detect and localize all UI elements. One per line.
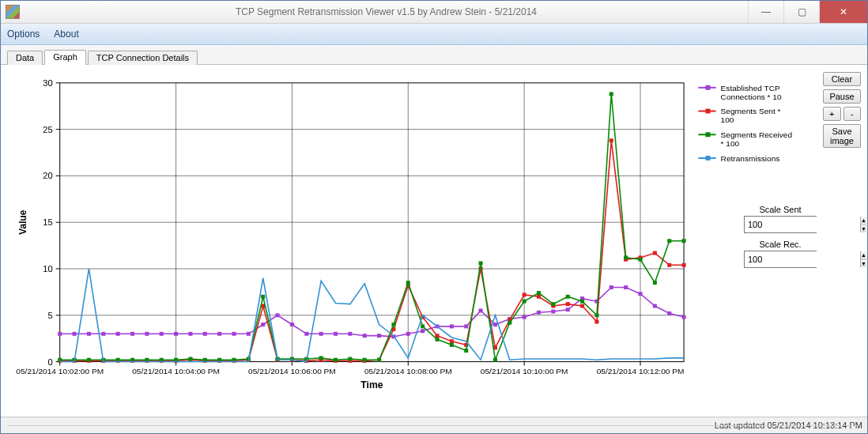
tab-graph[interactable]: Graph: [44, 50, 86, 65]
svg-rect-184: [705, 156, 710, 160]
menu-bar: Options About: [1, 24, 867, 45]
svg-rect-47: [174, 332, 178, 336]
svg-rect-52: [247, 332, 251, 336]
svg-rect-44: [130, 332, 134, 336]
svg-rect-40: [73, 332, 77, 336]
zoom-in-button[interactable]: +: [823, 107, 841, 121]
svg-rect-157: [493, 358, 497, 362]
svg-rect-59: [348, 332, 352, 336]
svg-rect-163: [580, 300, 584, 304]
scale-rec-down[interactable]: ▼: [861, 260, 866, 268]
svg-rect-74: [566, 308, 570, 311]
svg-rect-57: [319, 332, 323, 336]
svg-rect-168: [653, 281, 657, 285]
svg-text:100: 100: [721, 115, 734, 124]
svg-rect-166: [624, 255, 628, 259]
client-area: Clear Pause + - Save image Scale Sent ▲▼…: [1, 65, 867, 417]
svg-text:05/21/2014 10:12:00 PM: 05/21/2014 10:12:00 PM: [597, 368, 685, 376]
svg-rect-160: [537, 291, 541, 295]
svg-rect-46: [160, 332, 164, 336]
svg-rect-49: [203, 332, 207, 336]
pause-button[interactable]: Pause: [823, 89, 861, 104]
svg-rect-148: [363, 358, 367, 362]
svg-rect-50: [217, 332, 221, 336]
menu-options[interactable]: Options: [7, 28, 40, 40]
svg-text:Time: Time: [360, 379, 383, 391]
svg-rect-61: [377, 334, 381, 338]
tab-data[interactable]: Data: [7, 51, 43, 65]
svg-text:0: 0: [47, 357, 52, 367]
minimize-button[interactable]: —: [748, 1, 783, 23]
status-text: Last updated 05/21/2014 10:13:14 PM: [715, 421, 862, 430]
scale-sent-up[interactable]: ▲: [861, 217, 866, 225]
svg-rect-172: [705, 85, 710, 90]
svg-rect-150: [391, 323, 395, 326]
status-bar: Last updated 05/21/2014 10:13:14 PM: [1, 417, 867, 433]
svg-rect-151: [406, 281, 410, 285]
svg-text:Value: Value: [17, 209, 28, 234]
menu-about[interactable]: About: [54, 28, 78, 40]
svg-rect-109: [435, 334, 439, 338]
svg-rect-60: [363, 334, 367, 338]
svg-text:15: 15: [43, 217, 52, 227]
svg-rect-125: [667, 263, 671, 267]
svg-rect-79: [638, 292, 642, 296]
svg-text:05/21/2014 10:06:00 PM: 05/21/2014 10:06:00 PM: [248, 368, 336, 376]
scale-sent-down[interactable]: ▼: [861, 225, 866, 233]
svg-text:5: 5: [47, 311, 52, 320]
tab-details[interactable]: TCP Connection Details: [88, 51, 198, 65]
svg-text:Retransmissions: Retransmissions: [721, 154, 780, 163]
svg-rect-55: [290, 323, 294, 326]
svg-rect-159: [523, 300, 526, 304]
svg-rect-161: [551, 302, 555, 306]
svg-rect-51: [232, 332, 236, 336]
svg-rect-77: [609, 285, 613, 289]
chart-svg: 05101520253005/21/2014 10:02:00 PM05/21/…: [12, 72, 812, 409]
svg-rect-124: [653, 251, 657, 255]
svg-rect-39: [58, 332, 62, 336]
maximize-button[interactable]: ▢: [783, 1, 819, 23]
svg-rect-165: [609, 92, 613, 96]
svg-rect-119: [580, 304, 584, 308]
svg-rect-66: [450, 324, 454, 328]
close-button[interactable]: ✕: [819, 1, 867, 23]
svg-rect-56: [304, 332, 308, 336]
svg-rect-136: [188, 357, 192, 361]
clear-button[interactable]: Clear: [823, 72, 861, 86]
svg-text:05/21/2014 10:08:00 PM: 05/21/2014 10:08:00 PM: [364, 368, 452, 376]
app-window: TCP Segment Retransmission Viewer v1.5 b…: [0, 0, 868, 434]
svg-rect-169: [667, 239, 671, 243]
save-image-button[interactable]: Save image: [823, 124, 861, 148]
svg-text:10: 10: [43, 264, 52, 274]
scale-rec-up[interactable]: ▲: [861, 251, 866, 260]
svg-text:20: 20: [43, 172, 52, 181]
svg-rect-141: [261, 295, 265, 299]
svg-rect-42: [101, 332, 105, 336]
svg-rect-54: [276, 313, 280, 317]
svg-text:05/21/2014 10:10:00 PM: 05/21/2014 10:10:00 PM: [481, 368, 568, 376]
svg-rect-154: [450, 343, 454, 347]
svg-rect-80: [653, 304, 657, 308]
svg-rect-158: [508, 321, 511, 325]
svg-text:25: 25: [43, 125, 52, 134]
svg-rect-147: [348, 357, 352, 361]
svg-rect-110: [450, 339, 454, 343]
svg-rect-152: [421, 324, 425, 328]
svg-rect-162: [566, 295, 570, 299]
svg-rect-167: [638, 258, 642, 262]
svg-rect-82: [682, 315, 686, 319]
svg-rect-118: [566, 302, 570, 306]
svg-rect-78: [624, 285, 628, 289]
svg-text:Segments Sent *: Segments Sent *: [721, 108, 781, 116]
svg-rect-126: [682, 263, 686, 267]
svg-rect-121: [609, 138, 613, 142]
svg-rect-73: [551, 310, 555, 314]
svg-rect-63: [406, 332, 410, 336]
zoom-out-button[interactable]: -: [843, 107, 862, 121]
svg-rect-116: [537, 295, 541, 299]
svg-rect-153: [435, 338, 439, 342]
svg-rect-176: [705, 109, 710, 114]
svg-rect-58: [334, 332, 338, 336]
svg-rect-81: [667, 311, 671, 315]
svg-rect-71: [523, 315, 526, 319]
